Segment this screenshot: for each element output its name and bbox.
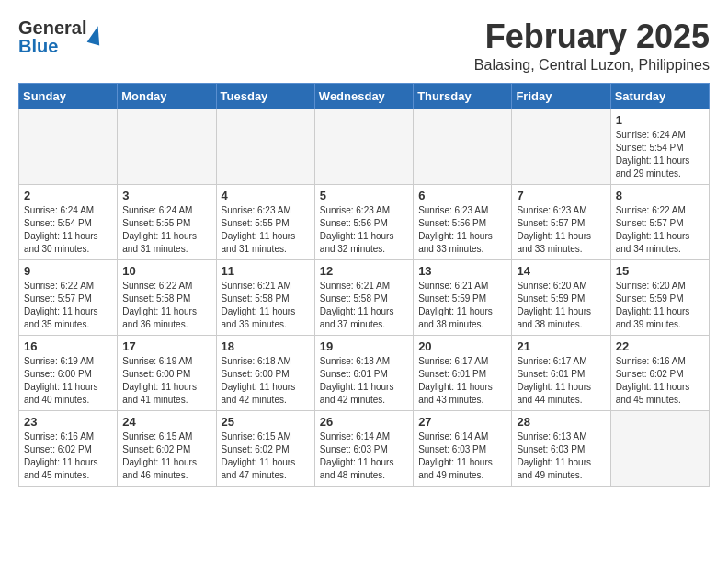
day-info: Sunrise: 6:23 AM Sunset: 5:57 PM Dayligh… (517, 204, 605, 256)
calendar-cell: 6Sunrise: 6:23 AM Sunset: 5:56 PM Daylig… (414, 184, 512, 259)
day-info: Sunrise: 6:15 AM Sunset: 6:02 PM Dayligh… (222, 431, 310, 482)
day-number: 13 (418, 264, 506, 278)
week-row-5: 23Sunrise: 6:16 AM Sunset: 6:02 PM Dayli… (19, 410, 710, 486)
day-info: Sunrise: 6:16 AM Sunset: 6:02 PM Dayligh… (616, 355, 704, 407)
calendar-cell: 26Sunrise: 6:14 AM Sunset: 6:03 PM Dayli… (314, 410, 413, 486)
day-number: 1 (616, 113, 704, 127)
calendar-cell (512, 109, 610, 184)
calendar-cell: 1Sunrise: 6:24 AM Sunset: 5:54 PM Daylig… (610, 109, 709, 184)
calendar-cell: 12Sunrise: 6:21 AM Sunset: 5:58 PM Dayli… (314, 259, 413, 335)
day-info: Sunrise: 6:23 AM Sunset: 5:55 PM Dayligh… (222, 204, 310, 256)
day-info: Sunrise: 6:18 AM Sunset: 6:00 PM Dayligh… (222, 355, 310, 407)
day-info: Sunrise: 6:23 AM Sunset: 5:56 PM Dayligh… (320, 204, 408, 256)
calendar-cell: 3Sunrise: 6:24 AM Sunset: 5:55 PM Daylig… (118, 184, 216, 259)
day-info: Sunrise: 6:24 AM Sunset: 5:54 PM Dayligh… (24, 204, 112, 256)
day-number: 14 (517, 264, 605, 278)
day-info: Sunrise: 6:19 AM Sunset: 6:00 PM Dayligh… (122, 355, 210, 407)
calendar-cell: 8Sunrise: 6:22 AM Sunset: 5:57 PM Daylig… (610, 184, 709, 259)
day-number: 11 (222, 264, 310, 278)
calendar-cell: 18Sunrise: 6:18 AM Sunset: 6:00 PM Dayli… (216, 335, 314, 410)
day-number: 6 (418, 189, 506, 202)
calendar-cell: 25Sunrise: 6:15 AM Sunset: 6:02 PM Dayli… (216, 410, 314, 486)
day-number: 24 (122, 415, 210, 429)
day-info: Sunrise: 6:22 AM Sunset: 5:57 PM Dayligh… (616, 204, 704, 256)
calendar-cell: 28Sunrise: 6:13 AM Sunset: 6:03 PM Dayli… (512, 410, 610, 486)
calendar-cell: 16Sunrise: 6:19 AM Sunset: 6:00 PM Dayli… (19, 335, 118, 410)
calendar-cell: 11Sunrise: 6:21 AM Sunset: 5:58 PM Dayli… (216, 259, 314, 335)
day-info: Sunrise: 6:20 AM Sunset: 5:59 PM Dayligh… (517, 280, 605, 331)
day-number: 19 (320, 339, 408, 353)
day-info: Sunrise: 6:18 AM Sunset: 6:01 PM Dayligh… (320, 355, 408, 407)
logo: General Blue (18, 18, 102, 55)
calendar-cell (19, 109, 118, 184)
calendar-cell: 23Sunrise: 6:16 AM Sunset: 6:02 PM Dayli… (19, 410, 118, 486)
day-number: 2 (24, 189, 112, 202)
logo-line2: Blue (18, 37, 86, 55)
day-number: 5 (320, 189, 408, 202)
day-info: Sunrise: 6:17 AM Sunset: 6:01 PM Dayligh… (517, 355, 605, 407)
calendar-cell: 21Sunrise: 6:17 AM Sunset: 6:01 PM Dayli… (512, 335, 610, 410)
day-info: Sunrise: 6:21 AM Sunset: 5:59 PM Dayligh… (418, 280, 506, 331)
calendar-cell: 22Sunrise: 6:16 AM Sunset: 6:02 PM Dayli… (610, 335, 709, 410)
calendar-cell: 4Sunrise: 6:23 AM Sunset: 5:55 PM Daylig… (216, 184, 314, 259)
calendar-cell (414, 109, 512, 184)
calendar-cell: 5Sunrise: 6:23 AM Sunset: 5:56 PM Daylig… (314, 184, 413, 259)
day-info: Sunrise: 6:17 AM Sunset: 6:01 PM Dayligh… (418, 355, 506, 407)
day-number: 22 (616, 339, 704, 353)
logo-triangle-icon (87, 24, 105, 45)
day-number: 23 (24, 415, 112, 429)
location-title: Balasing, Central Luzon, Philippines (474, 57, 710, 74)
calendar-cell: 9Sunrise: 6:22 AM Sunset: 5:57 PM Daylig… (19, 259, 118, 335)
weekday-header-sunday: Sunday (19, 83, 118, 109)
day-number: 27 (418, 415, 506, 429)
weekday-header-friday: Friday (512, 83, 610, 109)
day-info: Sunrise: 6:20 AM Sunset: 5:59 PM Dayligh… (616, 280, 704, 331)
day-number: 26 (320, 415, 408, 429)
week-row-2: 2Sunrise: 6:24 AM Sunset: 5:54 PM Daylig… (19, 184, 710, 259)
weekday-header-row: SundayMondayTuesdayWednesdayThursdayFrid… (19, 83, 710, 109)
weekday-header-thursday: Thursday (414, 83, 512, 109)
week-row-4: 16Sunrise: 6:19 AM Sunset: 6:00 PM Dayli… (19, 335, 710, 410)
day-number: 16 (24, 339, 112, 353)
day-info: Sunrise: 6:16 AM Sunset: 6:02 PM Dayligh… (24, 431, 112, 482)
day-number: 28 (517, 415, 605, 429)
day-info: Sunrise: 6:13 AM Sunset: 6:03 PM Dayligh… (517, 431, 605, 482)
calendar-cell (610, 410, 709, 486)
calendar-table: SundayMondayTuesdayWednesdayThursdayFrid… (18, 83, 710, 487)
calendar-cell: 20Sunrise: 6:17 AM Sunset: 6:01 PM Dayli… (414, 335, 512, 410)
day-info: Sunrise: 6:23 AM Sunset: 5:56 PM Dayligh… (418, 204, 506, 256)
calendar-cell (118, 109, 216, 184)
day-info: Sunrise: 6:14 AM Sunset: 6:03 PM Dayligh… (320, 431, 408, 482)
day-number: 10 (122, 264, 210, 278)
day-number: 21 (517, 339, 605, 353)
day-number: 25 (222, 415, 310, 429)
logo-general-text: General (18, 17, 86, 38)
day-info: Sunrise: 6:24 AM Sunset: 5:55 PM Dayligh… (122, 204, 210, 256)
weekday-header-tuesday: Tuesday (216, 83, 314, 109)
calendar-cell: 24Sunrise: 6:15 AM Sunset: 6:02 PM Dayli… (118, 410, 216, 486)
day-info: Sunrise: 6:19 AM Sunset: 6:00 PM Dayligh… (24, 355, 112, 407)
logo-line1: General (18, 18, 86, 37)
header: General Blue February 2025 Balasing, Cen… (18, 18, 710, 74)
day-info: Sunrise: 6:15 AM Sunset: 6:02 PM Dayligh… (122, 431, 210, 482)
day-number: 4 (222, 189, 310, 202)
day-number: 9 (24, 264, 112, 278)
day-number: 17 (122, 339, 210, 353)
weekday-header-monday: Monday (118, 83, 216, 109)
day-info: Sunrise: 6:22 AM Sunset: 5:57 PM Dayligh… (24, 280, 112, 331)
week-row-3: 9Sunrise: 6:22 AM Sunset: 5:57 PM Daylig… (19, 259, 710, 335)
day-number: 3 (122, 189, 210, 202)
calendar-cell: 10Sunrise: 6:22 AM Sunset: 5:58 PM Dayli… (118, 259, 216, 335)
calendar-cell: 15Sunrise: 6:20 AM Sunset: 5:59 PM Dayli… (610, 259, 709, 335)
month-title: February 2025 (474, 18, 710, 55)
calendar-cell: 19Sunrise: 6:18 AM Sunset: 6:01 PM Dayli… (314, 335, 413, 410)
calendar-cell (314, 109, 413, 184)
day-number: 20 (418, 339, 506, 353)
calendar-cell: 17Sunrise: 6:19 AM Sunset: 6:00 PM Dayli… (118, 335, 216, 410)
calendar-cell: 13Sunrise: 6:21 AM Sunset: 5:59 PM Dayli… (414, 259, 512, 335)
calendar-cell: 14Sunrise: 6:20 AM Sunset: 5:59 PM Dayli… (512, 259, 610, 335)
day-info: Sunrise: 6:22 AM Sunset: 5:58 PM Dayligh… (122, 280, 210, 331)
day-number: 15 (616, 264, 704, 278)
day-info: Sunrise: 6:24 AM Sunset: 5:54 PM Dayligh… (616, 129, 704, 180)
calendar-cell: 7Sunrise: 6:23 AM Sunset: 5:57 PM Daylig… (512, 184, 610, 259)
